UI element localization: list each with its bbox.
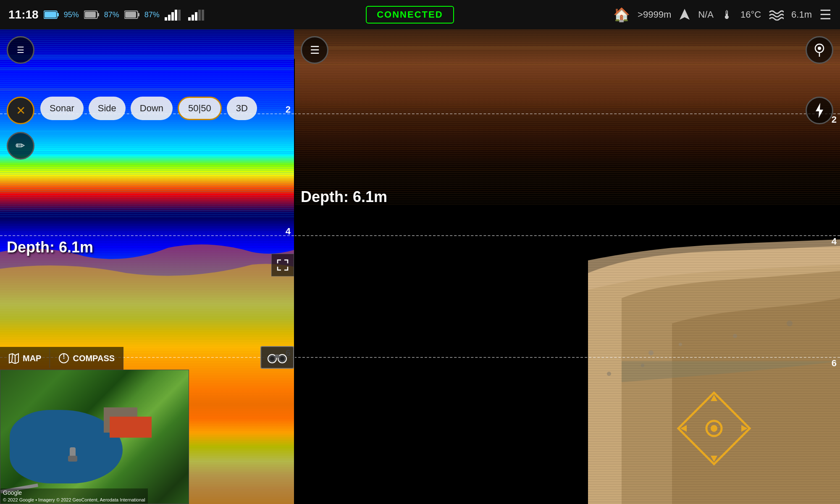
- svg-rect-2: [45, 12, 56, 18]
- depth-readout: Depth: 6.1m: [7, 239, 93, 256]
- signal1-icon: [165, 9, 183, 21]
- pencil-button[interactable]: ✎: [7, 132, 34, 160]
- svg-rect-27: [0, 189, 294, 193]
- svg-rect-47: [294, 168, 840, 171]
- close-button[interactable]: ✕: [7, 97, 34, 124]
- map-button[interactable]: MAP: [0, 349, 50, 368]
- map-overlay: Google © 2022 Google • Imagery © 2022 Ge…: [0, 370, 189, 504]
- svg-point-40: [280, 357, 284, 361]
- map-controls-bar: MAP COMPASS: [0, 347, 123, 370]
- svg-rect-24: [0, 130, 294, 132]
- fifty-fifty-tab[interactable]: 50|50: [178, 97, 222, 120]
- svg-rect-20: [0, 55, 294, 60]
- main-content: 2 4 6 Depth: 6.1m ☰ ✕ ✎ Sonar Side D: [0, 29, 840, 504]
- waves-icon: [769, 9, 784, 21]
- depth-readout-right: Depth: 6.1m: [301, 188, 387, 206]
- map-label: MAP: [23, 354, 41, 363]
- battery2-pct: 87%: [104, 10, 119, 19]
- flash-button[interactable]: [806, 97, 833, 124]
- svg-line-31: [12, 354, 13, 362]
- depth-label-right-2: 2: [832, 114, 837, 125]
- direction-value: N/A: [698, 9, 714, 20]
- svg-point-63: [711, 425, 717, 432]
- binocular-button[interactable]: [260, 346, 294, 369]
- svg-rect-50: [294, 340, 622, 504]
- svg-rect-10: [168, 15, 171, 21]
- compass-button[interactable]: COMPASS: [50, 349, 123, 368]
- svg-rect-18: [202, 10, 204, 21]
- svg-rect-8: [125, 12, 136, 18]
- diamond-nav-icon[interactable]: [672, 386, 756, 470]
- battery1-pct: 95%: [64, 10, 79, 19]
- svg-rect-4: [97, 13, 99, 16]
- svg-rect-13: [178, 10, 181, 21]
- compass-icon: [58, 353, 69, 364]
- status-right: 🏠 >9999m N/A 🌡 16°C 6.1m ☰: [613, 7, 832, 23]
- battery3-icon: [124, 10, 139, 19]
- signal2-icon: [188, 9, 207, 21]
- svg-point-56: [641, 364, 644, 367]
- status-center: CONNECTED: [366, 6, 454, 24]
- sonar-bands: [0, 29, 294, 223]
- svg-rect-5: [85, 12, 96, 18]
- svg-rect-38: [275, 354, 279, 358]
- pencil-icon: ✎: [13, 138, 28, 153]
- svg-rect-15: [192, 15, 194, 21]
- side-tab[interactable]: Side: [89, 97, 126, 120]
- svg-point-39: [270, 357, 274, 361]
- depth-label-2: 2: [286, 104, 291, 115]
- expand-icon: [277, 259, 289, 271]
- down-sonar-top: [294, 29, 840, 206]
- svg-rect-25: [0, 151, 294, 155]
- menu-button-left[interactable]: ☰: [7, 36, 34, 64]
- svg-point-51: [648, 350, 654, 355]
- svg-point-55: [607, 372, 611, 376]
- svg-rect-14: [188, 17, 191, 21]
- hamburger-right-icon: ☰: [310, 44, 320, 57]
- svg-rect-44: [294, 105, 840, 108]
- svg-rect-11: [171, 12, 174, 21]
- compass-label: COMPASS: [73, 354, 115, 363]
- boat-marker: [66, 447, 79, 464]
- battery3-pct: 87%: [144, 10, 160, 19]
- svg-rect-17: [198, 10, 201, 21]
- svg-rect-45: [294, 126, 840, 130]
- down-tab[interactable]: Down: [131, 97, 173, 120]
- hamburger-left-icon: ☰: [17, 45, 24, 55]
- google-text: Google: [3, 489, 22, 496]
- expand-map-button[interactable]: [271, 254, 294, 276]
- connected-badge: CONNECTED: [366, 6, 454, 24]
- depth-label-right-4: 4: [832, 236, 837, 247]
- svg-rect-42: [294, 63, 840, 66]
- svg-point-58: [818, 47, 821, 50]
- attribution-text: © 2022 Google • Imagery © 2022 GeoConten…: [3, 497, 145, 502]
- battery1-icon: [44, 10, 59, 19]
- google-attribution: Google © 2022 Google • Imagery © 2022 Ge…: [0, 488, 148, 504]
- hamburger-icon[interactable]: ☰: [819, 7, 832, 23]
- menu-button-right[interactable]: ☰: [301, 36, 328, 64]
- close-icon: ✕: [16, 104, 26, 118]
- svg-marker-30: [9, 354, 18, 364]
- svg-point-53: [733, 334, 737, 338]
- svg-point-34: [63, 357, 65, 359]
- building-2: [110, 417, 152, 438]
- nav-crosshair[interactable]: [672, 386, 756, 470]
- map-icon: [8, 353, 19, 364]
- svg-marker-19: [680, 9, 690, 20]
- status-time: 11:18: [8, 8, 39, 21]
- svg-rect-41: [294, 46, 840, 50]
- svg-rect-9: [165, 17, 167, 21]
- thermometer-icon: 🌡: [721, 8, 733, 22]
- waypoint-button[interactable]: [806, 36, 833, 64]
- depth-line-4: 4: [0, 235, 294, 236]
- right-sonar-panel: 2 4 6 Depth: 6.1m ☰: [294, 29, 840, 504]
- aerial-map: [0, 370, 189, 504]
- sonar-tab[interactable]: Sonar: [40, 97, 84, 120]
- 3d-tab[interactable]: 3D: [227, 97, 257, 120]
- distance-value: >9999m: [638, 9, 671, 20]
- svg-rect-12: [175, 10, 177, 21]
- status-left: 11:18 95% 87% 87%: [8, 8, 207, 21]
- svg-point-52: [679, 343, 682, 346]
- svg-rect-16: [195, 12, 197, 21]
- depth-status-value: 6.1m: [791, 9, 812, 20]
